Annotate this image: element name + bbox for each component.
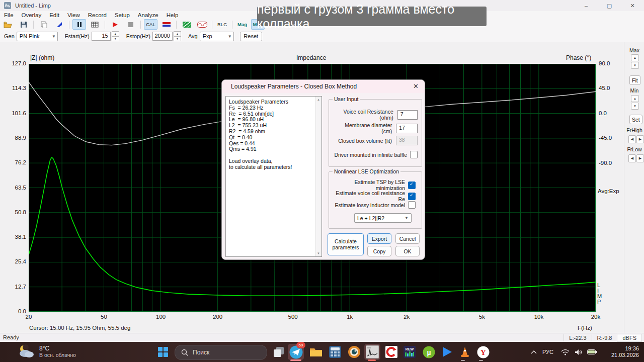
left-tick: 114.3 [6, 85, 26, 91]
results-scrollbar[interactable]: ▲▼ [315, 97, 321, 256]
menu-item-edit[interactable]: Edit [45, 12, 63, 18]
voice-coil-resistance-input[interactable]: 7 [397, 110, 418, 120]
dialog-close-icon[interactable]: ✕ [413, 82, 419, 90]
save-button[interactable] [17, 19, 30, 30]
taskbar-explorer-icon[interactable] [308, 344, 324, 360]
fstop-input[interactable]: 20000 [152, 32, 173, 41]
calibrate-button[interactable]: CAL [144, 19, 157, 30]
frlow-arrows[interactable]: ◀▶ [628, 154, 644, 162]
max-label: Max [624, 47, 644, 53]
copy-button-dialog[interactable]: Copy [367, 246, 391, 256]
wifi-icon[interactable] [561, 349, 570, 355]
x-tick: 20k [588, 314, 603, 320]
voice-coil-resistance-label: Voice coil Resistance (ohm) [333, 109, 393, 121]
left-tick: 38.1 [6, 234, 26, 240]
left-tick: 50.8 [6, 209, 26, 215]
menu-item-view[interactable]: View [63, 12, 84, 18]
avg-select[interactable]: Exp▼ [200, 32, 234, 41]
fit-button[interactable]: Fit [629, 75, 640, 85]
menu-item-record[interactable]: Record [84, 12, 111, 18]
rlc-button[interactable]: RLC [215, 19, 229, 30]
taskbar-clock[interactable]: 19:36 21.03.2026 [604, 345, 639, 358]
search-input[interactable]: Поиск [175, 345, 267, 360]
estimate-lossy-label: Estimate lossy inductor model [335, 202, 405, 208]
closed-box-volume-input: 38 [396, 136, 418, 145]
estimate-tsp-checkbox[interactable] [408, 182, 416, 189]
x-tick: 20 [21, 314, 36, 320]
taskbar-eye-app-icon[interactable] [346, 344, 362, 360]
calculate-parameters-button[interactable]: Calculate parameters [328, 233, 364, 255]
taskbar-yandex-icon[interactable]: Y [475, 344, 491, 360]
stop-button[interactable] [124, 19, 137, 30]
menu-item-help[interactable]: Help [163, 12, 183, 18]
tray-chevron-icon[interactable] [530, 350, 537, 354]
taskbar-arta-icon[interactable] [383, 344, 399, 360]
close-button[interactable]: ✕ [621, 0, 644, 11]
taskbar-telegram-icon[interactable]: 69 [288, 344, 304, 360]
x-tick: 50 [96, 314, 111, 320]
set-button[interactable]: Set [629, 115, 642, 124]
generator-select[interactable]: PN Pink▼ [17, 32, 58, 41]
left-tick: 101.6 [6, 110, 26, 116]
level-bars-button[interactable] [159, 19, 173, 30]
taskbar-vlc-icon[interactable] [457, 344, 473, 360]
estimate-lossy-checkbox[interactable] [408, 201, 416, 209]
svg-text:µ: µ [427, 348, 431, 356]
taskbar-calculator-icon[interactable] [327, 344, 343, 360]
ok-button[interactable]: OK [395, 246, 420, 256]
x-tick: 200 [210, 314, 225, 320]
search-icon [181, 349, 189, 356]
export-button[interactable]: Export [367, 233, 391, 244]
menu-item-file[interactable]: File [0, 12, 18, 18]
menu-item-analyze[interactable]: Analyze [134, 12, 163, 18]
gen-label: Gen [4, 33, 15, 39]
pause-button[interactable] [72, 19, 86, 30]
table-view-button[interactable] [88, 19, 102, 30]
overlay-flag-button[interactable] [52, 19, 66, 30]
max-spinner[interactable]: ▲▼ [631, 54, 639, 69]
estimate-re-checkbox[interactable] [408, 193, 416, 200]
maximize-button[interactable]: ▢ [598, 0, 621, 11]
copy-button[interactable] [37, 19, 50, 30]
weather-widget[interactable]: 8°C В осн. облачно [17, 344, 76, 358]
dialog-title-bar[interactable]: Loudspeaker Parameters - Closed Box Meth… [222, 80, 425, 93]
fstart-input[interactable]: 15 [92, 32, 111, 41]
menu-item-setup[interactable]: Setup [111, 12, 134, 18]
level-right: R:-9.8 [592, 334, 617, 341]
cancel-button[interactable]: Cancel [395, 233, 420, 244]
taskbar-rew-icon[interactable]: REW [401, 344, 418, 360]
membrane-diameter-label: Membrane diameter (cm) [333, 122, 392, 134]
avg-mode-readout: Avg:Exp [598, 188, 619, 194]
level-left: L:-22.3 [564, 334, 591, 341]
taskbar-mediaplayer-icon[interactable] [439, 344, 455, 360]
min-spinner[interactable]: ▲▼ [631, 95, 639, 110]
x-tick: 1k [342, 314, 357, 320]
generator-button[interactable] [180, 19, 193, 30]
results-textbox[interactable]: Loudspeaker Parameters Fs = 26.23 Hz Re … [225, 96, 322, 257]
sine-signal-button[interactable] [195, 19, 209, 30]
fstop-spinner[interactable]: ▲▼ [174, 31, 181, 41]
magnitude-button[interactable]: Mag [235, 19, 249, 30]
fstart-spinner[interactable]: ▲▼ [112, 31, 119, 41]
minimize-button[interactable]: – [575, 0, 598, 11]
menu-item-overlay[interactable]: Overlay [18, 12, 46, 18]
min-label: Min [624, 87, 644, 94]
record-play-button[interactable] [108, 19, 122, 30]
taskbar-utorrent-icon[interactable]: µ [421, 344, 437, 360]
battery-icon[interactable] [587, 349, 597, 355]
membrane-diameter-input[interactable]: 17 [396, 124, 418, 133]
language-indicator[interactable]: РУС [542, 349, 553, 355]
left-tick: 76.2 [6, 159, 26, 165]
x-tick: 5k [474, 314, 490, 320]
inductor-model-select[interactable]: Le + L2||R2▼ [354, 213, 412, 223]
frhigh-arrows[interactable]: ◀▶ [628, 135, 644, 143]
open-file-button[interactable] [1, 19, 15, 30]
start-button[interactable] [158, 347, 168, 357]
clock-date: 21.03.2026 [604, 352, 639, 358]
weather-icon [17, 344, 35, 358]
infinite-baffle-checkbox[interactable] [410, 151, 418, 158]
reset-button[interactable]: Reset [240, 32, 262, 41]
taskbar-limp-icon[interactable] [364, 344, 380, 360]
task-view-button[interactable] [271, 344, 287, 360]
volume-icon[interactable] [575, 349, 582, 355]
